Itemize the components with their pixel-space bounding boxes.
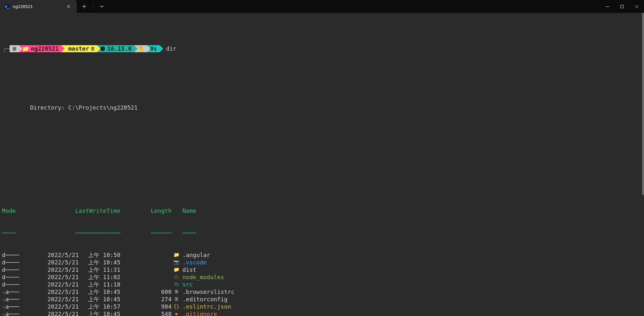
cell-name: src	[181, 281, 193, 288]
listing-row: d────2022/5/21上午 11:02🗀node_modules	[2, 273, 642, 281]
cell-date: 2022/5/21	[40, 288, 79, 295]
listing-header-row: Mode LastWriteTime Length Name	[2, 207, 642, 214]
svg-rect-0	[621, 5, 624, 8]
terminal-pane[interactable]: ╭─ ⊞ 📁ng220521 master≡ ⬢16.15.0 ✋ 0s dir…	[0, 13, 644, 316]
cell-mode: d────	[2, 251, 40, 259]
cell-length	[120, 273, 172, 281]
listing-header-rule: ──── ───────────── ────── ────	[2, 229, 642, 237]
command-text: dir	[166, 45, 177, 52]
cell-mode: d────	[2, 266, 40, 273]
cell-date: 2022/5/21	[40, 266, 79, 273]
segment-folder-text: ng220521	[31, 45, 59, 52]
window-close-button[interactable]	[629, 0, 644, 13]
rule-mode: ────	[2, 229, 40, 237]
new-tab-button[interactable]	[77, 0, 92, 13]
rule-name: ────	[181, 229, 196, 237]
listing-row: d────2022/5/21上午 11:31📁dist	[2, 266, 642, 273]
prompt-lead: ╭─	[3, 45, 10, 52]
cell-date: 2022/5/21	[40, 281, 79, 288]
cell-date: 2022/5/21	[40, 259, 79, 266]
hand-icon: ✋	[137, 45, 144, 52]
file-type-icon: 📁	[172, 251, 181, 259]
cell-name: node_modules	[181, 273, 224, 281]
file-type-icon: 📷	[172, 259, 181, 266]
prompt-line-1: ╭─ ⊞ 📁ng220521 master≡ ⬢16.15.0 ✋ 0s dir	[3, 45, 642, 52]
cell-mode: -a───	[2, 288, 40, 295]
cell-length	[120, 251, 172, 259]
cell-length: 548	[120, 310, 172, 316]
git-sync-icon: ≡	[91, 45, 94, 52]
window-maximize-button[interactable]	[615, 0, 629, 13]
window-minimize-button[interactable]	[600, 0, 615, 13]
folder-icon: 📁	[22, 45, 29, 52]
rule-lastwrite: ─────────────	[40, 229, 120, 237]
cell-mode: d────	[2, 281, 40, 288]
listing-row: -a───2022/5/21上午 10:45274🗎.editorconfig	[2, 295, 642, 303]
scrollbar-thumb[interactable]	[642, 13, 644, 195]
cell-mode: -a───	[2, 295, 40, 303]
scrollbar-track[interactable]	[641, 13, 644, 316]
hexagon-icon: ⬢	[100, 45, 105, 52]
file-type-icon: 🗎	[172, 295, 181, 303]
cell-length	[120, 266, 172, 273]
segment-node: ⬢16.15.0	[97, 45, 134, 52]
windows-icon: ⊞	[13, 45, 16, 52]
titlebar-drag-region[interactable]	[109, 0, 600, 13]
file-type-icon: 🗎	[172, 288, 181, 295]
file-type-icon: 🗀	[172, 281, 181, 288]
listing-row: d────2022/5/21上午 11:18🗀src	[2, 281, 642, 288]
file-type-icon: 🗀	[172, 273, 181, 281]
col-header-name: Name	[181, 207, 196, 214]
file-type-icon: ◆	[172, 310, 181, 316]
cell-date: 2022/5/21	[40, 303, 79, 310]
cell-mode: -a───	[2, 303, 40, 310]
cell-time: 上午 10:45	[79, 288, 120, 295]
segment-folder: 📁ng220521	[19, 45, 61, 52]
file-type-icon: 📁	[172, 266, 181, 273]
cell-length: 984	[120, 303, 172, 310]
cell-time: 上午 11:18	[79, 281, 120, 288]
cell-name: .angular	[181, 251, 210, 259]
cell-mode: -a───	[2, 310, 40, 316]
listing-row: -a───2022/5/21上午 10:45600🗎.browserslistr…	[2, 288, 642, 295]
cell-date: 2022/5/21	[40, 310, 79, 316]
listing-table: Mode LastWriteTime Length Name ──── ────…	[2, 192, 642, 316]
cell-length: 600	[120, 288, 172, 295]
rule-icon	[172, 229, 181, 237]
cell-time: 上午 10:45	[79, 310, 120, 316]
cell-length	[120, 281, 172, 288]
tab-active[interactable]: >_ ng220521	[0, 0, 77, 13]
cell-date: 2022/5/21	[40, 251, 79, 259]
segment-time-text: 0s	[150, 45, 157, 52]
segment-git-branch: master	[68, 45, 89, 52]
tab-title: ng220521	[13, 4, 61, 9]
listing-row: -a───2022/5/21上午 10:57984{}.eslintrc.jso…	[2, 303, 642, 310]
rule-length: ──────	[120, 229, 172, 237]
tab-dropdown-button[interactable]	[94, 0, 109, 13]
cell-name: .vscode	[181, 259, 207, 266]
cell-time: 上午 10:45	[79, 259, 120, 266]
segment-git: master≡	[61, 45, 97, 52]
titlebar-separator	[93, 3, 93, 10]
cell-date: 2022/5/21	[40, 273, 79, 281]
cell-length	[120, 259, 172, 266]
cell-name: .browserslistrc	[181, 288, 235, 295]
cell-name: .eslintrc.json	[181, 303, 231, 310]
segment-node-version: 16.15.0	[107, 45, 132, 52]
tab-close-button[interactable]	[64, 2, 73, 11]
cell-time: 上午 11:31	[79, 266, 120, 273]
listing-row: d────2022/5/21上午 10:50📁.angular	[2, 251, 642, 259]
cell-time: 上午 10:57	[79, 303, 120, 310]
cell-time: 上午 10:50	[79, 251, 120, 259]
powershell-icon: >_	[4, 4, 10, 9]
listing-row: d────2022/5/21上午 10:45📷.vscode	[2, 259, 642, 266]
segment-os: ⊞	[10, 45, 19, 52]
titlebar: >_ ng220521	[0, 0, 644, 13]
col-header-icon	[172, 207, 181, 214]
col-header-lastwrite: LastWriteTime	[40, 207, 120, 214]
cell-mode: d────	[2, 273, 40, 281]
cell-name: .gitignore	[181, 310, 217, 316]
col-header-mode: Mode	[2, 207, 40, 214]
directory-header: Directory: C:\Projects\ng220521	[2, 104, 642, 111]
cell-name: .editorconfig	[181, 295, 228, 303]
